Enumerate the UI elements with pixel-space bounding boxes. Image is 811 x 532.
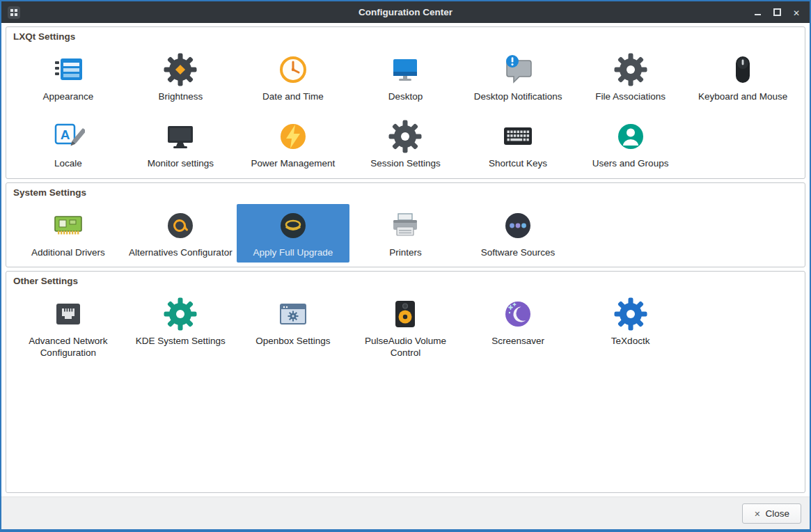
launcher-grid: AppearanceBrightnessDate and TimeDesktop… — [12, 48, 799, 174]
launcher-label: Users and Groups — [592, 158, 669, 169]
launcher-label: Software Sources — [481, 247, 556, 258]
users-and-groups-icon — [614, 120, 647, 153]
launcher-locale[interactable]: ALocale — [12, 115, 125, 173]
kde-system-settings-icon — [164, 297, 197, 331]
pulseaudio-volume-control-icon — [388, 297, 422, 331]
launcher-screensaver[interactable]: Screensaver — [462, 292, 574, 363]
section-other-settings: Other SettingsAdvanced Network Configura… — [6, 271, 805, 493]
launcher-power-management[interactable]: Power Management — [237, 115, 349, 173]
launcher-label: Desktop Notifications — [474, 91, 562, 102]
openbox-settings-icon — [276, 297, 310, 331]
maximize-button[interactable] — [768, 1, 786, 23]
brightness-icon — [164, 53, 197, 86]
apply-full-upgrade-icon — [276, 209, 310, 242]
window-title: Configuration Center — [1, 7, 810, 17]
footer-bar: Close — [1, 496, 810, 529]
launcher-appearance[interactable]: Appearance — [12, 48, 125, 107]
launcher-label: Monitor settings — [148, 158, 214, 169]
window-controls — [748, 1, 805, 23]
section-title: LXQt Settings — [13, 31, 799, 42]
close-button-label: Close — [765, 508, 789, 519]
software-sources-icon — [501, 209, 535, 242]
launcher-label: Power Management — [251, 158, 336, 169]
appearance-icon — [52, 53, 85, 86]
launcher-label: Desktop — [388, 91, 423, 102]
close-dialog-button[interactable]: Close — [742, 503, 801, 524]
launcher-texdoctk[interactable]: TeXdoctk — [574, 292, 687, 363]
additional-drivers-icon — [52, 209, 85, 242]
launcher-additional-drivers[interactable]: Additional Drivers — [12, 204, 125, 263]
printers-icon — [388, 209, 422, 242]
launcher-desktop-notifications[interactable]: Desktop Notifications — [462, 48, 574, 107]
launcher-label: Locale — [54, 158, 82, 169]
launcher-keyboard-and-mouse[interactable]: Keyboard and Mouse — [686, 48, 799, 107]
power-management-icon — [276, 120, 310, 153]
section-title: Other Settings — [13, 276, 799, 286]
launcher-label: Advanced Network Configuration — [16, 336, 120, 359]
content-area: LXQt SettingsAppearanceBrightnessDate an… — [1, 23, 810, 496]
launcher-label: Brightness — [158, 91, 203, 102]
date-and-time-icon — [276, 53, 310, 86]
section-title: System Settings — [13, 187, 799, 198]
launcher-printers[interactable]: Printers — [349, 204, 462, 263]
launcher-advanced-network-configuration[interactable]: Advanced Network Configuration — [12, 292, 125, 363]
configuration-center-app-icon — [7, 6, 21, 19]
launcher-users-and-groups[interactable]: Users and Groups — [574, 115, 687, 173]
file-associations-icon — [614, 53, 647, 86]
launcher-session-settings[interactable]: Session Settings — [349, 115, 462, 173]
section-lxqt-settings: LXQt SettingsAppearanceBrightnessDate an… — [6, 26, 805, 179]
maximize-icon — [773, 8, 781, 16]
launcher-label: Date and Time — [262, 91, 324, 102]
launcher-alternatives-configurator[interactable]: Alternatives Configurator — [125, 204, 237, 263]
launcher-monitor-settings[interactable]: Monitor settings — [125, 115, 237, 173]
desktop-icon — [388, 53, 422, 86]
launcher-label: Apply Full Upgrade — [253, 247, 333, 258]
session-settings-icon — [388, 120, 422, 153]
titlebar[interactable]: Configuration Center — [1, 1, 810, 23]
minimize-icon — [755, 14, 761, 15]
launcher-grid: Additional DriversAlternatives Configura… — [12, 204, 799, 263]
launcher-label: Alternatives Configurator — [129, 247, 233, 258]
launcher-apply-full-upgrade[interactable]: Apply Full Upgrade — [237, 204, 349, 263]
close-window-button[interactable] — [787, 1, 805, 23]
launcher-label: Shortcut Keys — [489, 158, 547, 169]
launcher-openbox-settings[interactable]: Openbox Settings — [237, 292, 349, 363]
launcher-label: File Associations — [595, 91, 666, 102]
launcher-label: KDE System Settings — [136, 336, 226, 347]
launcher-brightness[interactable]: Brightness — [125, 48, 237, 107]
configuration-center-window: Configuration Center LXQt SettingsAppear… — [0, 0, 811, 532]
launcher-label: Session Settings — [370, 158, 441, 169]
minimize-button[interactable] — [748, 1, 766, 23]
launcher-file-associations[interactable]: File Associations — [574, 48, 687, 107]
launcher-date-and-time[interactable]: Date and Time — [237, 48, 349, 107]
launcher-label: Printers — [389, 247, 422, 258]
close-icon — [754, 508, 760, 519]
texdoctk-icon — [614, 297, 647, 331]
launcher-software-sources[interactable]: Software Sources — [462, 204, 574, 263]
launcher-label: Appearance — [42, 91, 93, 102]
launcher-label: Openbox Settings — [255, 336, 330, 347]
launcher-label: TeXdoctk — [611, 336, 650, 347]
launcher-pulseaudio-volume-control[interactable]: PulseAudio Volume Control — [349, 292, 462, 363]
launcher-kde-system-settings[interactable]: KDE System Settings — [125, 292, 237, 363]
screensaver-icon — [501, 297, 535, 331]
advanced-network-configuration-icon — [52, 297, 85, 331]
launcher-label: Additional Drivers — [31, 247, 105, 258]
launcher-desktop[interactable]: Desktop — [349, 48, 462, 107]
launcher-shortcut-keys[interactable]: Shortcut Keys — [462, 115, 574, 173]
launcher-label: PulseAudio Volume Control — [353, 336, 457, 359]
desktop-notifications-icon — [501, 53, 535, 86]
locale-icon: A — [52, 120, 85, 153]
alternatives-configurator-icon — [164, 209, 197, 242]
close-icon — [793, 6, 800, 19]
launcher-grid: Advanced Network ConfigurationKDE System… — [12, 292, 799, 363]
shortcut-keys-icon — [501, 120, 535, 153]
launcher-label: Screensaver — [491, 336, 544, 347]
launcher-label: Keyboard and Mouse — [698, 91, 787, 102]
svg-text:A: A — [60, 127, 70, 142]
section-system-settings: System SettingsAdditional DriversAlterna… — [6, 182, 805, 267]
monitor-settings-icon — [164, 120, 197, 153]
keyboard-and-mouse-icon — [726, 53, 759, 86]
